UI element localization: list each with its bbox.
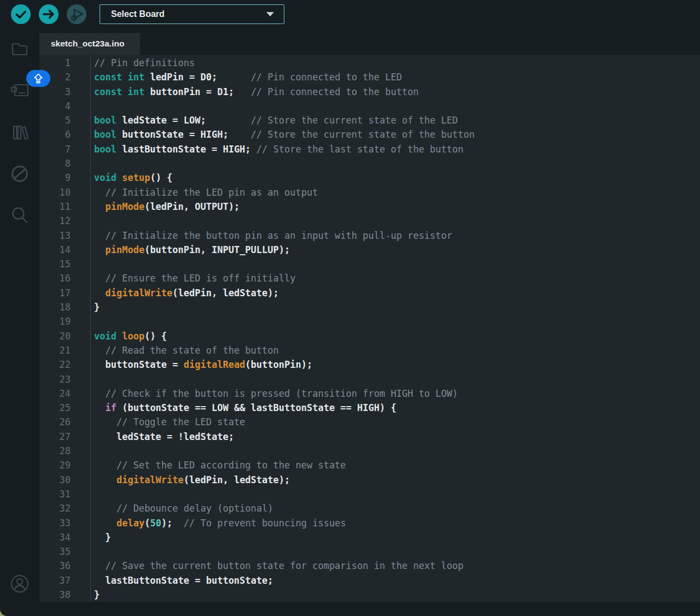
code-line[interactable]: } bbox=[94, 300, 700, 314]
toolbar: Select Board bbox=[0, 0, 700, 28]
code-line[interactable]: if (buttonState == LOW && lastButtonStat… bbox=[94, 401, 700, 415]
code-line[interactable] bbox=[94, 487, 700, 501]
code-line[interactable]: const int ledPin = D0; // Pin connected … bbox=[94, 70, 700, 84]
code-line[interactable]: buttonState = digitalRead(buttonPin); bbox=[94, 357, 700, 372]
code-line[interactable]: } bbox=[94, 588, 700, 602]
debug-button[interactable] bbox=[67, 4, 86, 24]
code-token: setup bbox=[122, 172, 150, 183]
code-line[interactable] bbox=[94, 99, 700, 113]
code-line[interactable]: // Ensure the LED is off initially bbox=[94, 271, 700, 285]
code-line[interactable]: const int buttonPin = D1; // Pin connect… bbox=[94, 85, 700, 99]
code-token: ledPin = D0; bbox=[144, 72, 250, 83]
line-number: 32 bbox=[39, 501, 71, 515]
code-token: void bbox=[94, 331, 116, 342]
tab-sketch-file[interactable]: sketch_oct23a.ino bbox=[39, 33, 140, 55]
tab-bar: sketch_oct23a.ino bbox=[39, 28, 700, 55]
sidebar-item-sketchbook[interactable] bbox=[9, 39, 30, 60]
code-token bbox=[94, 273, 105, 284]
board-selector-dropdown[interactable]: Select Board bbox=[100, 4, 284, 24]
code-token: // Pin definitions bbox=[94, 57, 195, 68]
code-line[interactable]: // Check if the button is pressed (trans… bbox=[94, 386, 700, 401]
sidebar-item-search[interactable] bbox=[9, 205, 30, 226]
code-token: (buttonPin); bbox=[245, 359, 312, 370]
tab-label: sketch_oct23a.ino bbox=[51, 39, 124, 49]
code-line[interactable]: delay(50); // To prevent bouncing issues bbox=[94, 516, 700, 530]
code-token: // Ensure the LED is off initially bbox=[105, 273, 295, 284]
code-line[interactable]: lastButtonState = buttonState; bbox=[94, 573, 700, 588]
code-token: int bbox=[127, 72, 144, 83]
code-token: digitalRead bbox=[184, 359, 246, 370]
code-line[interactable]: // Debounce delay (optional) bbox=[94, 501, 700, 515]
sidebar-item-account[interactable] bbox=[9, 573, 30, 594]
line-number: 18 bbox=[39, 300, 71, 314]
code-line[interactable]: // Set the LED according to the new stat… bbox=[94, 458, 700, 472]
code-line[interactable] bbox=[94, 444, 700, 458]
code-line[interactable]: bool lastButtonState = HIGH; // Store th… bbox=[94, 142, 700, 156]
code-line[interactable] bbox=[94, 544, 700, 559]
code-line[interactable]: // Read the state of the button bbox=[94, 343, 700, 357]
code-token: (ledPin, ledState); bbox=[172, 288, 278, 298]
code-token: ledState = !ledState; bbox=[94, 431, 234, 442]
code-line[interactable] bbox=[94, 214, 700, 228]
code-line[interactable] bbox=[94, 156, 700, 171]
code-token: // Toggle the LED state bbox=[116, 416, 245, 427]
code-line[interactable]: // Toggle the LED state bbox=[94, 415, 700, 429]
line-number: 5 bbox=[39, 113, 71, 127]
line-number: 27 bbox=[39, 430, 71, 444]
code-line[interactable] bbox=[94, 314, 700, 328]
main-panel: sketch_oct23a.ino 1234567891011121314151… bbox=[39, 28, 700, 616]
code-line[interactable]: void loop() { bbox=[94, 329, 700, 343]
code-line[interactable]: digitalWrite(ledPin, ledState); bbox=[94, 473, 700, 487]
line-number: 6 bbox=[39, 127, 71, 142]
sidebar-item-debug[interactable] bbox=[9, 163, 30, 184]
code-token: bool bbox=[94, 115, 116, 126]
code-token: (ledPin, ledState); bbox=[184, 474, 290, 485]
code-token: (buttonPin, INPUT_PULLUP); bbox=[144, 244, 290, 255]
code-token: } bbox=[94, 532, 111, 543]
search-icon bbox=[9, 205, 30, 226]
code-token: ( bbox=[144, 518, 150, 529]
code-line[interactable] bbox=[94, 372, 700, 386]
code-line[interactable]: pinMode(buttonPin, INPUT_PULLUP); bbox=[94, 243, 700, 257]
code-token bbox=[116, 331, 122, 342]
code-token: ledState = LOW; bbox=[116, 115, 251, 126]
code-line[interactable]: // Initialize the button pin as an input… bbox=[94, 228, 700, 243]
code-area[interactable]: // Pin definitionsconst int ledPin = D0;… bbox=[91, 55, 700, 602]
sidebar-item-library-manager[interactable] bbox=[9, 122, 30, 143]
code-token: const bbox=[94, 72, 122, 83]
upload-icon bbox=[32, 73, 44, 85]
upload-button[interactable] bbox=[39, 4, 59, 24]
code-token: ); bbox=[161, 518, 184, 529]
boards-update-notification-badge[interactable] bbox=[26, 70, 50, 87]
code-token: bool bbox=[94, 144, 116, 155]
code-token: pinMode bbox=[105, 244, 144, 255]
code-token: // Pin connected to the button bbox=[251, 86, 419, 97]
code-token: } bbox=[94, 302, 100, 313]
code-token: buttonState = bbox=[94, 359, 184, 370]
code-token bbox=[94, 460, 116, 471]
code-line[interactable]: pinMode(ledPin, OUTPUT); bbox=[94, 200, 700, 214]
code-editor[interactable]: 1234567891011121314151617181920212223242… bbox=[39, 55, 700, 602]
code-line[interactable]: ledState = !ledState; bbox=[94, 430, 700, 444]
code-token: () { bbox=[144, 331, 167, 342]
code-token: (buttonState == LOW && lastButtonState =… bbox=[116, 402, 396, 413]
code-line[interactable]: // Save the current button state for com… bbox=[94, 559, 700, 573]
board-selector-label: Select Board bbox=[111, 9, 165, 19]
code-line[interactable]: bool buttonState = HIGH; // Store the cu… bbox=[94, 127, 700, 142]
code-line[interactable]: digitalWrite(ledPin, ledState); bbox=[94, 286, 700, 300]
activity-sidebar bbox=[0, 28, 39, 616]
code-token bbox=[94, 201, 105, 212]
verify-button[interactable] bbox=[11, 4, 31, 24]
code-line[interactable]: // Initialize the LED pin as an output bbox=[94, 185, 700, 200]
code-line[interactable]: void setup() { bbox=[94, 171, 700, 185]
code-token: if bbox=[105, 402, 116, 413]
code-line[interactable]: } bbox=[94, 530, 700, 544]
code-line[interactable] bbox=[94, 257, 700, 271]
sidebar-item-boards-manager[interactable] bbox=[9, 80, 30, 101]
code-token: // Check if the button is pressed (trans… bbox=[105, 388, 458, 399]
code-line[interactable]: bool ledState = LOW; // Store the curren… bbox=[94, 113, 700, 127]
line-number-gutter[interactable]: 1234567891011121314151617181920212223242… bbox=[39, 55, 91, 602]
account-icon bbox=[9, 573, 31, 595]
code-line[interactable]: // Pin definitions bbox=[94, 56, 700, 70]
line-number: 17 bbox=[39, 286, 71, 300]
